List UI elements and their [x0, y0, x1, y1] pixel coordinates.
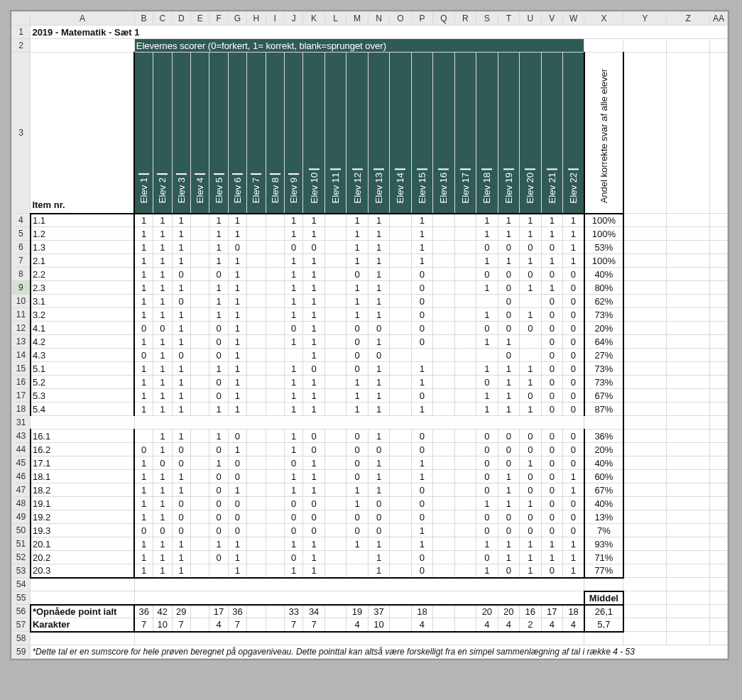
cell[interactable]: [667, 591, 710, 605]
score-cell[interactable]: 0: [134, 443, 153, 456]
score-cell[interactable]: 0: [347, 510, 368, 524]
score-cell[interactable]: 1: [476, 308, 498, 322]
score-cell[interactable]: 0: [347, 362, 368, 376]
score-cell[interactable]: 1: [209, 214, 228, 227]
score-cell[interactable]: 0: [347, 524, 368, 537]
cell[interactable]: [710, 456, 728, 470]
cell[interactable]: [710, 524, 728, 537]
cell[interactable]: 33: [284, 605, 302, 618]
score-cell[interactable]: 0: [209, 389, 228, 403]
elev-hdr[interactable]: Elev 8: [266, 53, 284, 214]
score-cell[interactable]: 0: [476, 322, 498, 335]
score-cell[interactable]: 1: [134, 456, 153, 470]
cell[interactable]: [623, 618, 667, 632]
score-cell[interactable]: 1: [303, 295, 324, 308]
score-cell[interactable]: 1: [368, 268, 389, 281]
cell[interactable]: [667, 605, 710, 618]
score-cell[interactable]: 0: [172, 268, 190, 281]
score-cell[interactable]: 1: [563, 227, 584, 241]
score-cell[interactable]: 1: [563, 551, 584, 564]
score-cell[interactable]: 1: [368, 456, 389, 470]
grade-label[interactable]: Karakter: [31, 618, 134, 632]
row-hdr-53[interactable]: 53: [12, 564, 31, 578]
score-cell[interactable]: [390, 389, 411, 403]
cell[interactable]: [667, 39, 710, 53]
cell[interactable]: [623, 551, 667, 564]
cell[interactable]: [710, 443, 728, 456]
score-cell[interactable]: 1: [134, 537, 153, 551]
pct-cell[interactable]: 13%: [584, 510, 623, 524]
score-cell[interactable]: [433, 227, 454, 241]
score-cell[interactable]: 1: [284, 470, 302, 483]
cell[interactable]: 4: [476, 618, 498, 632]
col-R[interactable]: R: [454, 12, 476, 26]
score-cell[interactable]: [390, 295, 411, 308]
score-cell[interactable]: 1: [303, 308, 324, 322]
score-cell[interactable]: 1: [284, 537, 302, 551]
score-cell[interactable]: [266, 564, 284, 578]
score-cell[interactable]: 1: [153, 227, 172, 241]
score-cell[interactable]: [190, 430, 209, 443]
cell[interactable]: [710, 591, 728, 605]
cell[interactable]: [433, 618, 454, 632]
row-hdr-15[interactable]: 15: [12, 362, 31, 376]
score-cell[interactable]: [247, 551, 266, 564]
score-cell[interactable]: [454, 254, 476, 268]
cell[interactable]: [324, 618, 346, 632]
score-cell[interactable]: 0: [303, 362, 324, 376]
elev-hdr[interactable]: Elev 13: [368, 53, 389, 214]
cell[interactable]: [623, 362, 667, 376]
score-cell[interactable]: 1: [228, 335, 246, 349]
score-cell[interactable]: 1: [347, 537, 368, 551]
cell[interactable]: [623, 241, 667, 254]
score-cell[interactable]: 1: [209, 308, 228, 322]
score-cell[interactable]: 1: [541, 281, 562, 295]
row-hdr-31[interactable]: 31: [12, 416, 31, 430]
score-cell[interactable]: 1: [153, 564, 172, 578]
pct-cell[interactable]: 67%: [584, 389, 623, 403]
row-hdr-8[interactable]: 8: [12, 268, 31, 281]
score-cell[interactable]: 1: [209, 537, 228, 551]
pct-cell[interactable]: 62%: [584, 295, 623, 308]
pct-cell[interactable]: 7%: [584, 524, 623, 537]
score-cell[interactable]: [190, 510, 209, 524]
elev-hdr[interactable]: Elev 6: [228, 53, 246, 214]
pct-cell[interactable]: 53%: [584, 241, 623, 254]
score-cell[interactable]: 1: [134, 483, 153, 497]
score-cell[interactable]: [324, 295, 346, 308]
score-cell[interactable]: 0: [172, 510, 190, 524]
score-cell[interactable]: 1: [209, 227, 228, 241]
score-cell[interactable]: 0: [541, 524, 562, 537]
score-cell[interactable]: 1: [172, 362, 190, 376]
cell[interactable]: [584, 632, 623, 645]
footnote[interactable]: *Dette tal er en sumscore for hele prøve…: [31, 645, 728, 659]
score-cell[interactable]: 0: [228, 470, 246, 483]
cell[interactable]: [710, 308, 728, 322]
score-cell[interactable]: 1: [476, 281, 498, 295]
score-cell[interactable]: 1: [303, 537, 324, 551]
cell[interactable]: [623, 335, 667, 349]
cell[interactable]: [710, 349, 728, 362]
cell[interactable]: [710, 214, 728, 227]
cell[interactable]: [667, 618, 710, 632]
elev-hdr[interactable]: Elev 1: [134, 53, 153, 214]
score-cell[interactable]: 1: [476, 564, 498, 578]
cell[interactable]: [190, 605, 209, 618]
score-cell[interactable]: [266, 227, 284, 241]
score-cell[interactable]: [247, 456, 266, 470]
score-cell[interactable]: 1: [284, 403, 302, 416]
score-cell[interactable]: 0: [498, 268, 519, 281]
item-cell[interactable]: 18.2: [31, 483, 134, 497]
cell[interactable]: [623, 416, 667, 430]
score-cell[interactable]: [266, 456, 284, 470]
score-cell[interactable]: 0: [303, 241, 324, 254]
score-cell[interactable]: [324, 564, 346, 578]
score-cell[interactable]: 1: [368, 254, 389, 268]
cell[interactable]: [623, 322, 667, 335]
score-cell[interactable]: 1: [134, 470, 153, 483]
item-cell[interactable]: 20.2: [31, 551, 134, 564]
score-cell[interactable]: 0: [563, 322, 584, 335]
score-cell[interactable]: [454, 349, 476, 362]
cell[interactable]: [623, 483, 667, 497]
score-cell[interactable]: [454, 537, 476, 551]
